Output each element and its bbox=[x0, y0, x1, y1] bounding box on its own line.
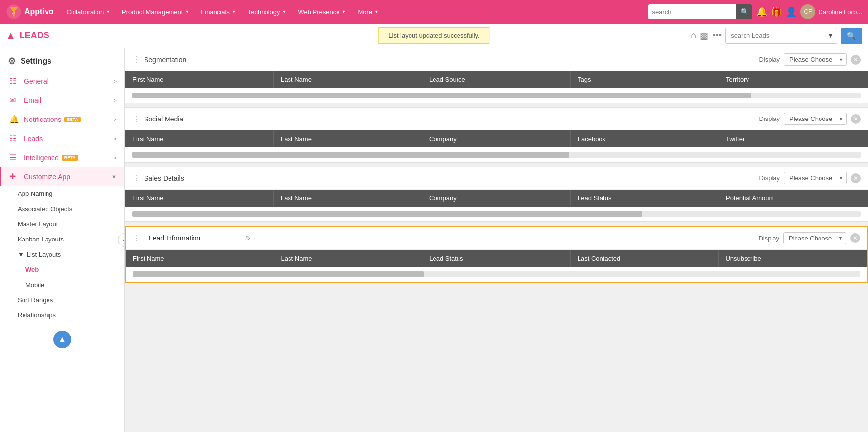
sidebar-item-notifications[interactable]: 🔔 Notifications BETA > bbox=[0, 110, 124, 129]
section-sales-details: ⋮ Sales Details Display Please Choose ✕ … bbox=[125, 167, 868, 222]
section-segmentation-title: Segmentation bbox=[144, 56, 759, 64]
chevron-down-icon: ▼ bbox=[111, 174, 117, 180]
nav-more[interactable]: More ▼ bbox=[353, 5, 384, 19]
user-avatar-area[interactable]: CF Caroline Forb... bbox=[800, 4, 862, 19]
segmentation-scroll-thumb bbox=[132, 93, 751, 98]
please-choose-select-social-media[interactable]: Please Choose bbox=[784, 113, 847, 125]
list-layouts-submenu: Web Mobile bbox=[10, 262, 124, 292]
display-select-sales-details[interactable]: Please Choose bbox=[784, 172, 847, 184]
col-potential-amount: Potential Amount bbox=[719, 190, 868, 207]
sub-item-app-naming[interactable]: App Naming bbox=[10, 186, 124, 201]
section-social-media: ⋮ Social Media Display Please Choose ✕ F… bbox=[125, 107, 868, 163]
email-icon: ✉ bbox=[9, 96, 19, 105]
display-select-lead-information[interactable]: Please Choose bbox=[783, 232, 846, 244]
please-choose-select-segmentation[interactable]: Please Choose bbox=[784, 53, 847, 66]
chevron-right-icon: > bbox=[114, 97, 117, 103]
sub-item-relationships[interactable]: Relationships bbox=[10, 308, 124, 323]
leads-search-button[interactable]: 🔍 bbox=[841, 28, 862, 44]
global-search-input[interactable] bbox=[648, 8, 736, 16]
drag-handle-icon[interactable]: ⋮ bbox=[133, 234, 141, 243]
global-search-button[interactable]: 🔍 bbox=[736, 4, 752, 19]
social-media-table-header: First Name Last Name Company Facebook Tw… bbox=[125, 130, 868, 147]
col-first-name: First Name bbox=[125, 71, 274, 88]
home-icon[interactable]: ⌂ bbox=[691, 30, 696, 41]
gift-icon[interactable]: 🎁 bbox=[771, 6, 782, 17]
display-label-segmentation: Display bbox=[759, 56, 780, 63]
user-name: Caroline Forb... bbox=[818, 8, 862, 16]
section-social-media-header: ⋮ Social Media Display Please Choose ✕ bbox=[125, 108, 868, 130]
leads-search-bar[interactable]: ▼ bbox=[725, 28, 837, 44]
sales-details-scroll-track[interactable] bbox=[132, 211, 861, 217]
sub-item-web[interactable]: Web bbox=[18, 262, 124, 277]
drag-handle-icon[interactable]: ⋮ bbox=[132, 173, 140, 183]
scroll-up-button[interactable]: ▲ bbox=[53, 331, 71, 348]
leads-label: LEADS bbox=[20, 30, 49, 41]
close-segmentation-button[interactable]: ✕ bbox=[851, 55, 861, 65]
segmentation-table-header: First Name Last Name Lead Source Tags Te… bbox=[125, 71, 868, 88]
drag-handle-icon[interactable]: ⋮ bbox=[132, 114, 140, 123]
social-media-scroll-track[interactable] bbox=[132, 152, 861, 158]
list-layouts-toggle[interactable]: ▼ List Layouts bbox=[10, 247, 124, 262]
display-select-social-media[interactable]: Please Choose bbox=[784, 113, 847, 125]
col-unsubscribe: Unsubscribe bbox=[719, 250, 867, 267]
sidebar-item-customize-app[interactable]: ✚ Customize App ▼ bbox=[0, 167, 124, 186]
more-dots-icon[interactable]: ••• bbox=[712, 30, 722, 41]
sub-item-sort-ranges[interactable]: Sort Ranges bbox=[10, 292, 124, 308]
section-social-media-title: Social Media bbox=[144, 115, 759, 123]
lead-information-scroll-track[interactable] bbox=[133, 271, 860, 277]
sub-item-kanban-layouts[interactable]: Kanban Layouts bbox=[10, 232, 124, 247]
nav-technology[interactable]: Technology ▼ bbox=[243, 5, 291, 19]
lead-information-table-header: First Name Last Name Lead Status Last Co… bbox=[126, 250, 867, 267]
sidebar-item-leads[interactable]: ☷ Leads > bbox=[0, 129, 124, 148]
close-social-media-button[interactable]: ✕ bbox=[851, 114, 861, 124]
nav-right-section: 🔍 🔔 🎁 👤 CF Caroline Forb... bbox=[648, 4, 862, 19]
please-choose-select-sales-details[interactable]: Please Choose bbox=[784, 172, 847, 184]
drag-handle-icon[interactable]: ⋮ bbox=[132, 55, 140, 64]
chevron-down-icon: ▼ bbox=[185, 9, 189, 14]
beta-badge-notifications: BETA bbox=[64, 117, 81, 122]
global-search-bar[interactable]: 🔍 bbox=[648, 4, 752, 19]
sidebar-item-general[interactable]: ☷ General > bbox=[0, 72, 124, 91]
chart-icon[interactable]: ▩ bbox=[700, 30, 708, 41]
leads-search-input[interactable] bbox=[726, 32, 824, 39]
sidebar-item-intelligence[interactable]: ☰ Intelligence BETA > bbox=[0, 148, 124, 167]
grid-icon: ☷ bbox=[9, 76, 19, 86]
chevron-down-icon: ▼ bbox=[106, 9, 110, 14]
section-lead-information-header: ⋮ ✎ Display Please Choose ✕ bbox=[126, 227, 867, 250]
segmentation-scroll-track[interactable] bbox=[132, 93, 861, 98]
customize-app-submenu: App Naming Associated Objects Master Lay… bbox=[0, 186, 124, 323]
chevron-down-icon: ▼ bbox=[18, 251, 24, 258]
sales-details-table-header: First Name Last Name Company Lead Status… bbox=[125, 190, 868, 207]
section-lead-information-title-input[interactable] bbox=[145, 232, 242, 244]
nav-financials[interactable]: Financials ▼ bbox=[196, 5, 241, 19]
scroll-up-area: ▲ bbox=[0, 323, 124, 356]
nav-product-management[interactable]: Product Management ▼ bbox=[117, 5, 194, 19]
display-label-social-media: Display bbox=[759, 115, 780, 122]
sub-item-mobile[interactable]: Mobile bbox=[18, 277, 124, 292]
app-logo[interactable]: A Apptivo bbox=[6, 4, 54, 20]
bell-icon[interactable]: 🔔 bbox=[756, 6, 767, 17]
col-territory: Territory bbox=[719, 71, 868, 88]
display-label-lead-information: Display bbox=[758, 235, 779, 242]
display-select-segmentation[interactable]: Please Choose bbox=[784, 53, 847, 66]
col-tags: Tags bbox=[571, 71, 719, 88]
chevron-right-icon: > bbox=[114, 136, 117, 142]
sidebar-item-email[interactable]: ✉ Email > bbox=[0, 91, 124, 110]
nav-web-presence[interactable]: Web Presence ▼ bbox=[293, 5, 351, 19]
beta-badge-intelligence: BETA bbox=[62, 155, 78, 161]
close-sales-details-button[interactable]: ✕ bbox=[851, 173, 861, 183]
section-sales-details-title: Sales Details bbox=[144, 174, 759, 182]
edit-pencil-icon[interactable]: ✎ bbox=[245, 234, 251, 242]
top-navbar: A Apptivo Collaboration ▼ Product Manage… bbox=[0, 0, 868, 24]
person-icon[interactable]: 👤 bbox=[786, 6, 796, 17]
col-company: Company bbox=[422, 130, 571, 147]
nav-collaboration[interactable]: Collaboration ▼ bbox=[62, 5, 116, 19]
col-last-name: Last Name bbox=[274, 130, 422, 147]
col-company: Company bbox=[422, 190, 571, 207]
please-choose-select-lead-information[interactable]: Please Choose bbox=[783, 232, 846, 244]
sub-item-associated-objects[interactable]: Associated Objects bbox=[10, 201, 124, 216]
lead-information-scroll-thumb bbox=[133, 271, 424, 277]
search-dropdown-arrow[interactable]: ▼ bbox=[824, 28, 837, 43]
close-lead-information-button[interactable]: ✕ bbox=[850, 233, 860, 243]
sub-item-master-layout[interactable]: Master Layout bbox=[10, 216, 124, 232]
